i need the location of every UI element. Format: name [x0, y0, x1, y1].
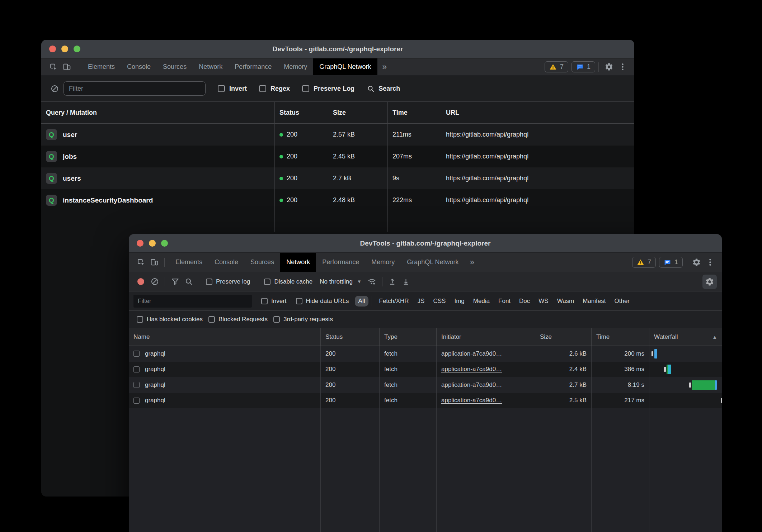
network-settings-gear-icon[interactable] — [702, 275, 717, 289]
export-har-icon[interactable] — [399, 275, 413, 289]
device-toolbar-icon[interactable] — [147, 256, 161, 269]
checkbox-has-blocked-cookies[interactable]: Has blocked cookies — [137, 316, 203, 323]
import-har-icon[interactable] — [386, 275, 399, 289]
hide-data-urls-checkbox[interactable]: Hide data URLs — [296, 298, 349, 305]
checkbox-preserve-log[interactable]: Preserve Log — [302, 85, 354, 92]
tab-network[interactable]: Network — [280, 253, 316, 272]
checkbox-box[interactable] — [208, 316, 215, 323]
checkbox-box[interactable] — [206, 279, 212, 285]
checkbox-blocked-requests[interactable]: Blocked Requests — [208, 316, 268, 323]
chip-fetch-xhr[interactable]: Fetch/XHR — [375, 296, 412, 307]
initiator-link[interactable]: application-a7ca9d0… — [441, 397, 502, 404]
filter-input[interactable] — [133, 295, 252, 308]
query-row[interactable]: Qjobs2002.45 kB207mshttps://gitlab.com/a… — [41, 146, 634, 167]
throttling-select[interactable]: No throttling ▼ — [316, 278, 365, 285]
invert-checkbox[interactable]: Invert — [261, 298, 287, 305]
request-row[interactable]: graphql200fetchapplication-a7ca9d0…2.7 k… — [129, 377, 722, 393]
row-checkbox[interactable] — [133, 351, 140, 357]
tab-console[interactable]: Console — [208, 253, 244, 272]
settings-gear-icon[interactable] — [602, 60, 616, 74]
settings-gear-icon[interactable] — [690, 256, 703, 269]
chip-wasm[interactable]: Wasm — [554, 296, 578, 307]
tab-sources[interactable]: Sources — [157, 58, 193, 75]
checkbox-invert[interactable]: Invert — [218, 85, 247, 92]
titlebar[interactable]: DevTools - gitlab.com/-/graphql-explorer — [129, 234, 722, 253]
kebab-menu-icon[interactable] — [703, 256, 717, 269]
query-row[interactable]: Qusers2002.7 kB9shttps://gitlab.com/api/… — [41, 167, 634, 189]
search-toggle[interactable]: Search — [367, 85, 400, 93]
chip-font[interactable]: Font — [495, 296, 514, 307]
chip-all[interactable]: All — [355, 296, 369, 307]
chip-media[interactable]: Media — [470, 296, 493, 307]
query-row[interactable]: Quser2002.57 kB211mshttps://gitlab.com/a… — [41, 124, 634, 146]
checkbox-box[interactable] — [264, 279, 271, 285]
request-row[interactable]: graphql200fetchapplication-a7ca9d0…2.5 k… — [129, 393, 722, 409]
checkbox-box[interactable] — [273, 316, 280, 323]
tab-elements[interactable]: Elements — [82, 58, 121, 75]
chip-img[interactable]: Img — [451, 296, 468, 307]
network-conditions-icon[interactable] — [365, 275, 379, 289]
messages-badge[interactable]: 1 — [572, 61, 595, 72]
chip-manifest[interactable]: Manifest — [579, 296, 609, 307]
tab-memory[interactable]: Memory — [365, 253, 401, 272]
messages-badge[interactable]: 1 — [659, 257, 683, 268]
tab-graphql-network[interactable]: GraphQL Network — [401, 253, 465, 272]
column-header-query-mutation[interactable]: Query / Mutation — [41, 102, 275, 123]
clear-icon[interactable] — [48, 82, 61, 95]
tab-elements[interactable]: Elements — [169, 253, 208, 272]
clear-icon[interactable] — [148, 275, 161, 289]
chip-doc[interactable]: Doc — [516, 296, 533, 307]
checkbox-3rd-party-requests[interactable]: 3rd-party requests — [273, 316, 333, 323]
titlebar[interactable]: DevTools - gitlab.com/-/graphql-explorer — [41, 40, 634, 58]
column-header-type[interactable]: Type — [380, 328, 437, 346]
request-row[interactable]: graphql200fetchapplication-a7ca9d0…2.4 k… — [129, 362, 722, 377]
checkbox-box[interactable] — [261, 298, 268, 304]
tab-console[interactable]: Console — [121, 58, 157, 75]
record-button[interactable] — [137, 278, 144, 285]
request-row[interactable]: graphql200fetchapplication-a7ca9d0…2.6 k… — [129, 346, 722, 362]
tab-sources[interactable]: Sources — [244, 253, 280, 272]
chip-other[interactable]: Other — [611, 296, 634, 307]
tab-network[interactable]: Network — [193, 58, 229, 75]
column-header-name[interactable]: Name — [129, 328, 321, 346]
initiator-link[interactable]: application-a7ca9d0… — [441, 381, 502, 389]
checkbox-box[interactable] — [259, 85, 266, 92]
more-tabs-icon[interactable]: » — [377, 62, 392, 72]
tab-performance[interactable]: Performance — [229, 58, 278, 75]
checkbox-box[interactable] — [137, 316, 143, 323]
inspect-icon[interactable] — [134, 256, 147, 269]
kebab-menu-icon[interactable] — [616, 60, 629, 74]
chip-ws[interactable]: WS — [535, 296, 552, 307]
column-header-size[interactable]: Size — [535, 328, 592, 346]
column-header-url[interactable]: URL — [441, 102, 634, 123]
column-header-time[interactable]: Time — [388, 102, 441, 123]
filter-input[interactable] — [64, 81, 206, 96]
checkbox-box[interactable] — [218, 85, 225, 92]
initiator-link[interactable]: application-a7ca9d0… — [441, 366, 502, 373]
column-header-status[interactable]: Status — [321, 328, 380, 346]
checkbox-regex[interactable]: Regex — [259, 85, 290, 92]
warnings-badge[interactable]: 7 — [545, 61, 568, 72]
column-header-time[interactable]: Time — [592, 328, 649, 346]
inspect-icon[interactable] — [46, 60, 60, 74]
device-toolbar-icon[interactable] — [60, 60, 74, 74]
more-tabs-icon[interactable]: » — [465, 257, 480, 267]
filter-funnel-icon[interactable] — [168, 275, 182, 289]
chip-js[interactable]: JS — [414, 296, 428, 307]
checkbox-box[interactable] — [296, 298, 302, 304]
initiator-link[interactable]: application-a7ca9d0… — [441, 350, 502, 357]
tab-graphql-network[interactable]: GraphQL Network — [313, 58, 377, 75]
warnings-badge[interactable]: 7 — [632, 257, 656, 268]
chip-css[interactable]: CSS — [429, 296, 449, 307]
search-icon[interactable] — [182, 275, 196, 289]
column-header-size[interactable]: Size — [328, 102, 388, 123]
row-checkbox[interactable] — [133, 398, 140, 404]
column-header-status[interactable]: Status — [275, 102, 328, 123]
row-checkbox[interactable] — [133, 366, 140, 372]
column-header-waterfall[interactable]: Waterfall▲ — [649, 328, 722, 346]
preserve-log-checkbox[interactable]: Preserve log — [206, 278, 250, 285]
tab-performance[interactable]: Performance — [316, 253, 365, 272]
tab-memory[interactable]: Memory — [278, 58, 313, 75]
column-header-initiator[interactable]: Initiator — [437, 328, 535, 346]
row-checkbox[interactable] — [133, 382, 140, 388]
